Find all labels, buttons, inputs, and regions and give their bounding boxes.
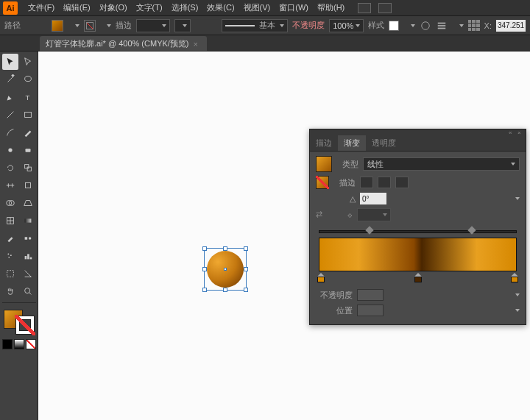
reverse-gradient-icon[interactable]: ⇄ bbox=[316, 210, 326, 220]
artboard-tool[interactable] bbox=[2, 266, 18, 282]
svg-rect-1 bbox=[438, 22, 446, 24]
stroke-weight-dropdown[interactable] bbox=[136, 19, 170, 32]
panel-collapse-icon[interactable]: « bbox=[509, 130, 515, 136]
resize-handle-ml[interactable] bbox=[202, 267, 207, 271]
stroke-apply-within-icon[interactable] bbox=[360, 177, 373, 188]
rectangle-tool[interactable] bbox=[20, 107, 36, 123]
direct-selection-tool[interactable] bbox=[20, 54, 36, 70]
color-stop-1[interactable] bbox=[317, 273, 325, 282]
stroke-apply-across-icon[interactable] bbox=[395, 177, 409, 188]
fill-stroke-control[interactable] bbox=[2, 308, 36, 336]
menu-edit[interactable]: 编辑(E) bbox=[59, 2, 95, 13]
menu-window[interactable]: 窗口(W) bbox=[275, 2, 313, 13]
resize-handle-br[interactable] bbox=[244, 288, 248, 292]
selection-tool[interactable] bbox=[2, 54, 18, 70]
scale-tool[interactable] bbox=[20, 160, 36, 176]
lasso-tool[interactable] bbox=[20, 71, 36, 88]
gradient-ramp[interactable] bbox=[319, 238, 517, 271]
graphic-style-swatch[interactable] bbox=[389, 21, 399, 31]
stroke-style-dropdown[interactable]: 基本 bbox=[222, 19, 288, 32]
document-tab[interactable]: 灯管字体轮廓.ai* @ 400% (CMYK/预览) × bbox=[40, 36, 207, 51]
tab-transparency[interactable]: 透明度 bbox=[366, 135, 402, 151]
svg-rect-7 bbox=[25, 113, 32, 118]
eyedropper-tool[interactable] bbox=[2, 230, 18, 246]
gradient-preview-swatch[interactable] bbox=[316, 156, 332, 172]
recolor-icon[interactable] bbox=[420, 20, 431, 32]
resize-handle-bl[interactable] bbox=[202, 288, 207, 292]
layout-icon-2[interactable] bbox=[378, 3, 392, 13]
shape-builder-tool[interactable] bbox=[2, 195, 18, 211]
tab-stroke[interactable]: 描边 bbox=[310, 135, 338, 151]
menu-effect[interactable]: 效果(C) bbox=[202, 2, 239, 13]
stroke-gradient-swatch[interactable] bbox=[316, 176, 329, 189]
blend-tool[interactable] bbox=[20, 230, 36, 246]
resize-handle-bm[interactable] bbox=[223, 288, 227, 292]
gradient-type-dropdown[interactable]: 线性 bbox=[363, 157, 520, 171]
angle-dropdown-icon[interactable] bbox=[515, 197, 520, 200]
stop-opacity-field[interactable] bbox=[357, 289, 384, 301]
gradient-tool[interactable] bbox=[20, 213, 36, 229]
svg-rect-19 bbox=[25, 237, 28, 240]
stroke-apply-along-icon[interactable] bbox=[378, 177, 391, 188]
stroke-label: 描边 bbox=[116, 20, 132, 31]
style-dropdown-icon[interactable] bbox=[411, 24, 415, 27]
align-dropdown-icon[interactable] bbox=[459, 24, 464, 27]
resize-handle-mr[interactable] bbox=[244, 267, 248, 271]
fill-swatch[interactable] bbox=[52, 20, 63, 32]
pen-tool[interactable] bbox=[2, 89, 18, 105]
x-coordinate-field[interactable]: 347.251 bbox=[496, 20, 526, 32]
resize-handle-tl[interactable] bbox=[202, 246, 207, 251]
menu-text[interactable]: 文字(T) bbox=[132, 2, 167, 13]
svg-rect-2 bbox=[438, 25, 446, 26]
menu-select[interactable]: 选择(S) bbox=[167, 2, 203, 13]
perspective-grid-tool[interactable] bbox=[20, 195, 36, 211]
menu-file[interactable]: 文件(F) bbox=[24, 2, 59, 13]
stop-position-dropdown-icon[interactable] bbox=[515, 309, 520, 312]
brush-dropdown[interactable] bbox=[174, 19, 191, 32]
stroke-dropdown-icon[interactable] bbox=[107, 24, 111, 27]
layout-icon-1[interactable] bbox=[358, 3, 371, 13]
stroke-color-box[interactable] bbox=[15, 316, 35, 335]
svg-rect-9 bbox=[26, 149, 31, 152]
menu-view[interactable]: 视图(V) bbox=[239, 2, 275, 13]
fill-dropdown-icon[interactable] bbox=[75, 24, 80, 27]
rotate-tool[interactable] bbox=[2, 160, 18, 176]
free-transform-tool[interactable] bbox=[20, 177, 36, 193]
gradient-slider[interactable] bbox=[316, 226, 520, 285]
pencil-tool[interactable] bbox=[20, 124, 36, 140]
tab-gradient[interactable]: 渐变 bbox=[338, 135, 366, 151]
transform-reference-icon[interactable] bbox=[468, 20, 480, 32]
zoom-tool[interactable] bbox=[20, 283, 36, 299]
width-tool[interactable] bbox=[2, 177, 18, 193]
align-icon[interactable] bbox=[436, 20, 448, 32]
color-stop-3[interactable] bbox=[511, 273, 518, 282]
opacity-dropdown[interactable]: 100% bbox=[329, 19, 364, 32]
line-tool[interactable] bbox=[2, 107, 18, 123]
mesh-tool[interactable] bbox=[2, 213, 18, 229]
close-tab-icon[interactable]: × bbox=[194, 40, 201, 47]
angle-field[interactable]: 0° bbox=[360, 193, 386, 204]
symbol-sprayer-tool[interactable] bbox=[2, 248, 18, 264]
menu-help[interactable]: 帮助(H) bbox=[313, 2, 349, 13]
magic-wand-tool[interactable] bbox=[2, 71, 18, 88]
stop-opacity-dropdown-icon[interactable] bbox=[515, 293, 520, 296]
type-tool[interactable]: T bbox=[20, 89, 36, 105]
blob-brush-tool[interactable] bbox=[2, 142, 18, 158]
none-mode-icon[interactable] bbox=[26, 339, 36, 349]
stop-position-field[interactable] bbox=[357, 305, 384, 316]
selected-object[interactable] bbox=[204, 248, 247, 291]
column-graph-tool[interactable] bbox=[20, 248, 36, 264]
paintbrush-tool[interactable] bbox=[2, 124, 18, 140]
stroke-swatch[interactable] bbox=[84, 20, 96, 32]
panel-close-icon[interactable]: × bbox=[517, 130, 523, 136]
menu-object[interactable]: 对象(O) bbox=[95, 2, 132, 13]
control-bar: 路径 描边 基本 不透明度 100% 样式 X: 347.251 bbox=[0, 16, 530, 35]
eraser-tool[interactable] bbox=[20, 142, 36, 158]
hand-tool[interactable] bbox=[2, 283, 18, 299]
gradient-mode-icon[interactable] bbox=[14, 339, 24, 349]
color-mode-icon[interactable] bbox=[2, 339, 13, 349]
color-stop-2[interactable] bbox=[414, 273, 422, 282]
slice-tool[interactable] bbox=[20, 266, 36, 282]
resize-handle-tm[interactable] bbox=[223, 246, 227, 251]
resize-handle-tr[interactable] bbox=[244, 246, 248, 251]
